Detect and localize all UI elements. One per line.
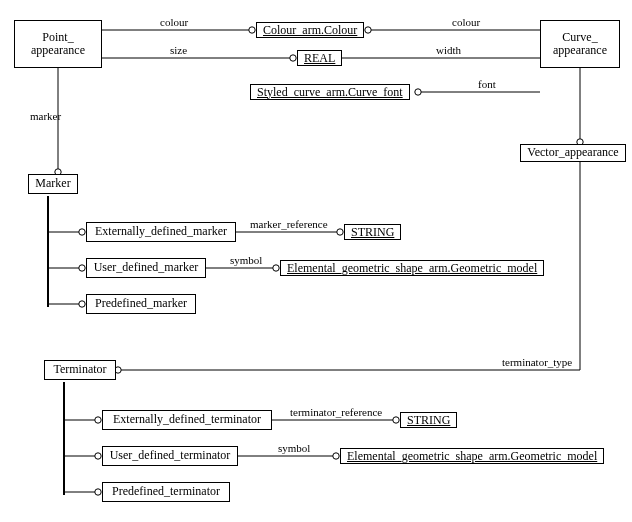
ref-string-1-label: STRING [351,225,394,240]
label-symbol-2: symbol [278,442,310,454]
ref-geometric-model-2: Elemental_geometric_shape_arm.Geometric_… [340,448,604,464]
entity-externally-defined-terminator: Externally_defined_terminator [102,410,272,430]
ref-geometric-model-1-label: Elemental_geometric_shape_arm.Geometric_… [287,261,537,276]
label-symbol-1: symbol [230,254,262,266]
entity-point-appearance: Point_ appearance [14,20,102,68]
label-size: size [170,44,187,56]
label-marker-reference: marker_reference [250,218,328,230]
entity-curve-appearance: Curve_ appearance [540,20,620,68]
ref-real-label: REAL [304,51,335,66]
label-colour-left: colour [160,16,188,28]
entity-predefined-terminator: Predefined_terminator [102,482,230,502]
ref-string-2: STRING [400,412,457,428]
label-terminator-reference: terminator_reference [290,406,382,418]
entity-predefined-marker: Predefined_marker [86,294,196,314]
entity-user-defined-marker: User_defined_marker [86,258,206,278]
ref-string-1: STRING [344,224,401,240]
diagram-stage: Point_ appearance Curve_ appearance Colo… [0,0,632,522]
ref-geometric-model-1: Elemental_geometric_shape_arm.Geometric_… [280,260,544,276]
label-width: width [436,44,461,56]
ref-colour-label: Colour_arm.Colour [263,23,357,38]
ref-geometric-model-2-label: Elemental_geometric_shape_arm.Geometric_… [347,449,597,464]
label-colour-right: colour [452,16,480,28]
label-font: font [478,78,496,90]
entity-vector-appearance: Vector_appearance [520,144,626,162]
ref-string-2-label: STRING [407,413,450,428]
ref-curve-font-label: Styled_curve_arm.Curve_font [257,85,403,100]
ref-colour: Colour_arm.Colour [256,22,364,38]
label-terminator-type: terminator_type [502,356,572,368]
label-marker-attr: marker [30,110,61,122]
ref-real: REAL [297,50,342,66]
entity-user-defined-terminator: User_defined_terminator [102,446,238,466]
ref-curve-font: Styled_curve_arm.Curve_font [250,84,410,100]
entity-terminator: Terminator [44,360,116,380]
entity-marker: Marker [28,174,78,194]
entity-externally-defined-marker: Externally_defined_marker [86,222,236,242]
